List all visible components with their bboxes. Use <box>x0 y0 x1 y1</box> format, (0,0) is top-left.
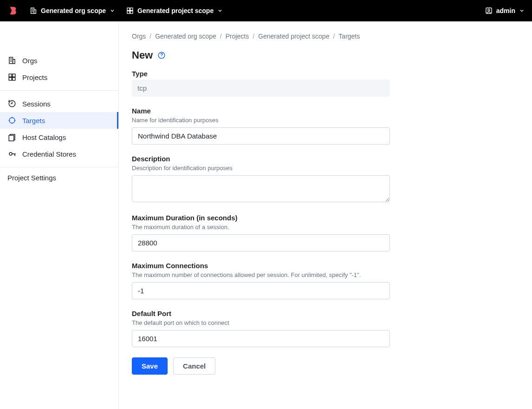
svg-rect-8 <box>130 11 133 13</box>
name-hint: Name for identification purposes <box>132 117 390 124</box>
main-content: Orgs / Generated org scope / Projects / … <box>119 21 532 409</box>
sidebar-item-label: Targets <box>22 117 45 125</box>
sidebar-item-label: Credential Stores <box>22 150 76 158</box>
breadcrumb-link[interactable]: Targets <box>338 33 360 40</box>
sidebar-item-targets[interactable]: Targets <box>0 112 118 129</box>
svg-point-28 <box>9 152 12 155</box>
max-connections-input[interactable] <box>132 282 390 299</box>
org-icon <box>7 56 17 65</box>
default-port-hint: The default port on which to connect <box>132 319 390 326</box>
sidebar-item-orgs[interactable]: Orgs <box>0 52 118 69</box>
sidebar: Orgs Projects Sessions Targets <box>0 21 119 409</box>
user-label: admin <box>496 7 515 14</box>
svg-rect-19 <box>13 78 15 80</box>
projects-icon <box>126 7 134 14</box>
svg-point-10 <box>488 9 490 11</box>
sidebar-item-label: Projects <box>22 73 47 81</box>
sessions-icon <box>7 99 17 108</box>
save-button[interactable]: Save <box>132 357 168 375</box>
sidebar-item-label: Orgs <box>22 57 38 65</box>
breadcrumb-link[interactable]: Generated org scope <box>155 33 216 40</box>
top-bar: Generated org scope Generated project sc… <box>0 0 532 21</box>
sidebar-settings-label: Project Settings <box>7 174 56 182</box>
svg-rect-17 <box>13 74 15 77</box>
default-port-input[interactable] <box>132 330 390 347</box>
breadcrumb-link[interactable]: Generated project scope <box>258 33 329 40</box>
targets-icon <box>7 116 17 125</box>
user-dropdown[interactable]: admin <box>485 7 525 14</box>
svg-rect-7 <box>127 11 130 13</box>
breadcrumb-sep: / <box>149 33 151 40</box>
org-scope-dropdown[interactable]: Generated org scope <box>30 7 115 14</box>
svg-rect-18 <box>9 78 12 80</box>
default-port-label: Default Port <box>132 310 390 317</box>
description-hint: Description for identification purposes <box>132 165 390 172</box>
org-scope-label: Generated org scope <box>41 7 106 14</box>
org-icon <box>30 7 37 14</box>
max-duration-label: Maximum Duration (in seconds) <box>132 214 390 222</box>
max-duration-hint: The maximum duration of a session. <box>132 224 390 231</box>
chevron-down-icon <box>110 8 115 13</box>
cancel-button[interactable]: Cancel <box>173 357 215 375</box>
max-duration-input[interactable] <box>132 234 390 251</box>
page-title: New <box>132 49 153 61</box>
breadcrumb-link[interactable]: Orgs <box>132 33 146 40</box>
type-label: Type <box>132 70 390 78</box>
breadcrumb-link[interactable]: Projects <box>226 33 249 40</box>
name-input[interactable] <box>132 127 390 145</box>
svg-rect-5 <box>127 8 130 10</box>
svg-point-21 <box>9 118 15 123</box>
svg-rect-27 <box>9 135 14 141</box>
description-label: Description <box>132 155 390 163</box>
help-icon[interactable] <box>157 51 166 59</box>
chevron-down-icon <box>519 8 525 13</box>
host-catalogs-icon <box>7 132 17 142</box>
logo-icon <box>7 5 19 16</box>
svg-rect-1 <box>34 10 36 13</box>
credential-stores-icon <box>7 149 17 158</box>
max-connections-label: Maximum Connections <box>132 262 390 270</box>
sidebar-item-label: Host Catalogs <box>22 133 66 141</box>
svg-rect-12 <box>13 59 15 64</box>
projects-icon <box>7 73 17 82</box>
sidebar-item-sessions[interactable]: Sessions <box>0 95 118 112</box>
sidebar-item-credential-stores[interactable]: Credential Stores <box>0 145 118 162</box>
sidebar-item-label: Sessions <box>22 100 51 108</box>
project-scope-label: Generated project scope <box>137 7 214 14</box>
breadcrumb-sep: / <box>220 33 222 40</box>
sidebar-item-host-catalogs[interactable]: Host Catalogs <box>0 129 118 145</box>
breadcrumb: Orgs / Generated org scope / Projects / … <box>132 33 519 40</box>
sidebar-item-projects[interactable]: Projects <box>0 69 118 86</box>
svg-rect-6 <box>130 8 133 10</box>
description-input[interactable] <box>132 175 390 202</box>
chevron-down-icon <box>217 8 223 13</box>
sidebar-project-settings[interactable]: Project Settings <box>0 169 118 186</box>
breadcrumb-sep: / <box>253 33 254 40</box>
max-connections-hint: The maximum number of connections allowe… <box>132 271 390 278</box>
project-scope-dropdown[interactable]: Generated project scope <box>126 7 223 14</box>
type-value: tcp <box>132 79 390 97</box>
svg-rect-16 <box>9 74 12 77</box>
breadcrumb-sep: / <box>333 33 335 40</box>
svg-point-30 <box>162 57 162 57</box>
user-icon <box>485 7 493 14</box>
name-label: Name <box>132 107 390 115</box>
